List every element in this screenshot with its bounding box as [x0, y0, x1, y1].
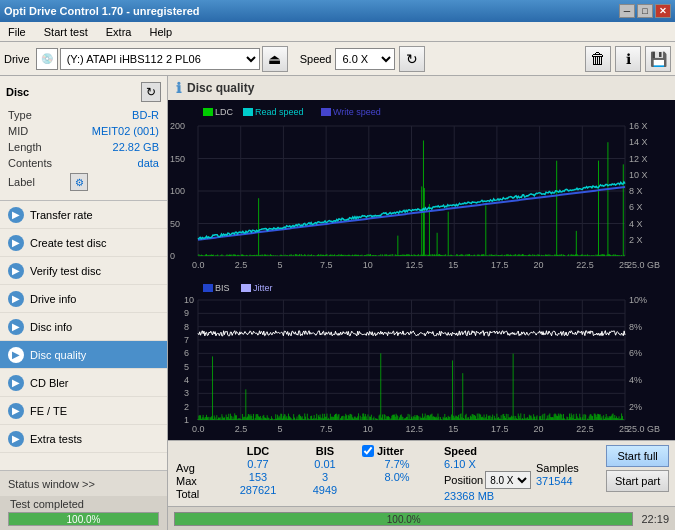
charts-area	[168, 100, 675, 440]
menu-bar: File Start test Extra Help	[0, 22, 675, 42]
sidebar-item-create-test-disc[interactable]: ▶ Create test disc	[0, 229, 167, 257]
disc-type-value: BD-R	[70, 108, 159, 122]
bis-col-header: BIS	[300, 445, 350, 457]
sidebar-item-disc-quality[interactable]: ▶ Disc quality	[0, 341, 167, 369]
test-status-section: Test completed 100.0%	[0, 496, 167, 530]
disc-label-icon[interactable]: ⚙	[70, 173, 88, 191]
disc-quality-label: Disc quality	[30, 349, 86, 361]
eject-button[interactable]: ⏏	[262, 46, 288, 72]
disc-section-title: Disc	[6, 86, 29, 98]
drive-info-label: Drive info	[30, 293, 76, 305]
sidebar-progress-bar: 100.0%	[8, 512, 159, 526]
transfer-rate-icon: ▶	[8, 207, 24, 223]
disc-label-value: ⚙	[70, 172, 159, 192]
total-label: Total	[176, 488, 216, 500]
disc-mid-label: MID	[8, 124, 68, 138]
verify-disc-label: Verify test disc	[30, 265, 101, 277]
disc-details-table: Type BD-R MID MEIT02 (001) Length 22.82 …	[6, 106, 161, 194]
disc-info-nav-icon: ▶	[8, 319, 24, 335]
speed-label: Speed	[300, 53, 332, 65]
drive-label: Drive	[4, 53, 30, 65]
sidebar-item-extra-tests[interactable]: ▶ Extra tests	[0, 425, 167, 453]
bottom-progress-bar: 100.0%	[174, 512, 633, 526]
disc-quality-header: ℹ Disc quality	[168, 76, 675, 100]
app-title: Opti Drive Control 1.70 - unregistered	[4, 5, 200, 17]
cd-bler-icon: ▶	[8, 375, 24, 391]
jitter-checkbox[interactable]	[362, 445, 374, 457]
speed-avg: 6.10 X	[444, 458, 524, 470]
disc-mid-value: MEIT02 (001)	[70, 124, 159, 138]
sidebar-item-disc-info[interactable]: ▶ Disc info	[0, 313, 167, 341]
ldc-max: 153	[228, 471, 288, 483]
menu-file[interactable]: File	[4, 24, 30, 40]
elapsed-time: 22:19	[641, 513, 669, 525]
minimize-button[interactable]: ─	[619, 4, 635, 18]
toolbar: Drive 💿 (Y:) ATAPI iHBS112 2 PL06 ⏏ Spee…	[0, 42, 675, 76]
menu-help[interactable]: Help	[145, 24, 176, 40]
ldc-avg: 0.77	[228, 458, 288, 470]
avg-label: Avg	[176, 462, 216, 474]
bis-avg: 0.01	[300, 458, 350, 470]
transfer-rate-label: Transfer rate	[30, 209, 93, 221]
create-disc-icon: ▶	[8, 235, 24, 251]
save-button[interactable]: 💾	[645, 46, 671, 72]
sidebar-progress-text: 100.0%	[9, 513, 158, 527]
jitter-max: 8.0%	[362, 471, 432, 483]
sidebar-item-fe-te[interactable]: ▶ FE / TE	[0, 397, 167, 425]
verify-disc-icon: ▶	[8, 263, 24, 279]
disc-contents-label: Contents	[8, 156, 68, 170]
speed-select-stats[interactable]: 8.0 X	[485, 471, 531, 489]
extra-tests-label: Extra tests	[30, 433, 82, 445]
menu-extra[interactable]: Extra	[102, 24, 136, 40]
bottom-progress-text: 100.0%	[175, 513, 632, 527]
erase-button[interactable]: 🗑	[585, 46, 611, 72]
jitter-avg: 7.7%	[362, 458, 432, 470]
position-col-header: Position	[444, 474, 483, 486]
max-label: Max	[176, 475, 216, 487]
speed-col-header: Speed	[444, 445, 524, 457]
bottom-bar: 100.0% 22:19	[168, 506, 675, 530]
bis-total: 4949	[300, 484, 350, 496]
sidebar-item-transfer-rate[interactable]: ▶ Transfer rate	[0, 201, 167, 229]
disc-quality-title: Disc quality	[187, 81, 254, 95]
main-layout: Disc ↻ Type BD-R MID MEIT02 (001) Length…	[0, 76, 675, 530]
jitter-col-header: Jitter	[377, 445, 404, 457]
test-completed-label: Test completed	[4, 496, 90, 512]
status-window-label: Status window >>	[8, 478, 95, 490]
ldc-col-header: LDC	[228, 445, 288, 457]
speed-select[interactable]: 6.0 X	[335, 48, 395, 70]
window-controls: ─ □ ✕	[619, 4, 671, 18]
status-window-button[interactable]: Status window >>	[0, 470, 167, 496]
info-button[interactable]: ℹ	[615, 46, 641, 72]
disc-length-value: 22.82 GB	[70, 140, 159, 154]
menu-start-test[interactable]: Start test	[40, 24, 92, 40]
drive-select[interactable]: (Y:) ATAPI iHBS112 2 PL06	[60, 48, 260, 70]
sidebar: Disc ↻ Type BD-R MID MEIT02 (001) Length…	[0, 76, 168, 530]
disc-quality-header-icon: ℹ	[176, 80, 181, 96]
disc-refresh-icon[interactable]: ↻	[141, 82, 161, 102]
create-disc-label: Create test disc	[30, 237, 106, 249]
samples-label: Samples	[536, 462, 606, 474]
start-full-button[interactable]: Start full	[606, 445, 669, 467]
disc-quality-chart	[168, 100, 675, 440]
sidebar-item-drive-info[interactable]: ▶ Drive info	[0, 285, 167, 313]
ldc-total: 287621	[228, 484, 288, 496]
sidebar-item-cd-bler[interactable]: ▶ CD Bler	[0, 369, 167, 397]
start-part-button[interactable]: Start part	[606, 470, 669, 492]
disc-contents-value: data	[70, 156, 159, 170]
disc-quality-icon: ▶	[8, 347, 24, 363]
title-bar: Opti Drive Control 1.70 - unregistered ─…	[0, 0, 675, 22]
fe-te-icon: ▶	[8, 403, 24, 419]
stats-bar: Avg Max Total LDC 0.77 153 287621 BIS 0.…	[168, 440, 675, 506]
maximize-button[interactable]: □	[637, 4, 653, 18]
disc-info-section: Disc ↻ Type BD-R MID MEIT02 (001) Length…	[0, 76, 167, 201]
position-value: 23368 MB	[444, 490, 524, 502]
refresh-button[interactable]: ↻	[399, 46, 425, 72]
drive-icon: 💿	[36, 48, 58, 70]
content-area: ℹ Disc quality Avg Max Total LDC 0.77 15…	[168, 76, 675, 530]
cd-bler-label: CD Bler	[30, 377, 69, 389]
fe-te-label: FE / TE	[30, 405, 67, 417]
close-button[interactable]: ✕	[655, 4, 671, 18]
bis-max: 3	[300, 471, 350, 483]
sidebar-item-verify-test-disc[interactable]: ▶ Verify test disc	[0, 257, 167, 285]
